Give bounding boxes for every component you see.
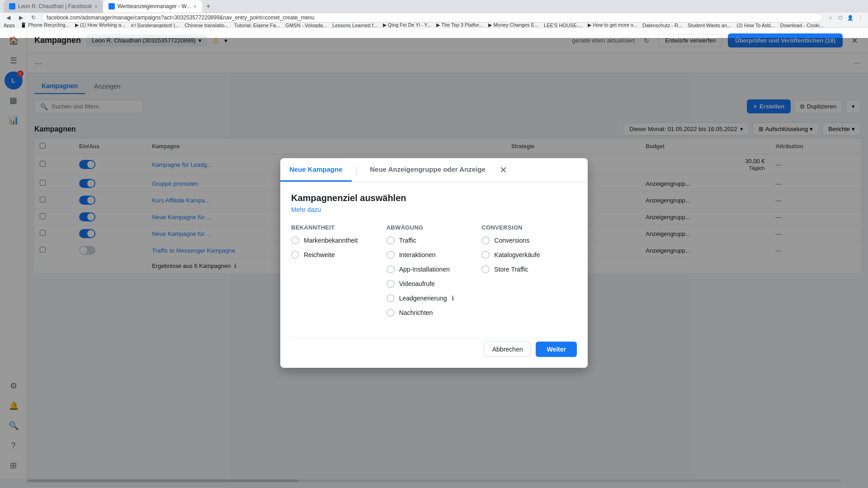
modal-footer: Abbrechen Weiter [291, 338, 577, 357]
option-label-katalogverkaufe: Katalogverkäufe [494, 251, 540, 258]
modal-tab-divider: | [352, 158, 361, 182]
radio-app-installationen[interactable] [387, 265, 395, 273]
radio-markenbekanntheit[interactable] [291, 236, 299, 244]
radio-interaktionen[interactable] [387, 251, 395, 259]
radio-nachrichten[interactable] [387, 309, 395, 317]
bookmark-15[interactable]: (2) How To Add... [736, 23, 774, 28]
menu-btn[interactable]: ⋮ [856, 14, 864, 22]
radio-traffic[interactable] [387, 236, 395, 244]
browser-chrome: Leon R. Chaudhari | Facebook × Werbeanze… [0, 0, 868, 28]
next-button[interactable]: Weiter [536, 342, 577, 357]
tab-close-1[interactable]: × [94, 4, 97, 9]
reload-button[interactable]: ↻ [29, 13, 38, 22]
bookmark-3[interactable]: 🏷 Sonderangebot! |... [131, 23, 179, 28]
radio-reichweite[interactable] [291, 251, 299, 259]
modal-tab-new-campaign[interactable]: Neue Kampagne [280, 158, 352, 182]
bookmark-13[interactable]: Datenschutz - R... [642, 23, 682, 28]
option-markenbekanntheit[interactable]: Markenbekanntheit [291, 236, 387, 244]
column-header-bekanntheit: Bekanntheit [291, 224, 387, 231]
bookmark-11[interactable]: LEE'S HOUSE-... [544, 23, 582, 28]
option-leadgenerierung[interactable]: Leadgenerierung ℹ [387, 294, 482, 302]
option-label-conversions: Conversions [494, 237, 529, 244]
browser-toolbar: ◀ ▶ ↻ facebook.com/adsmanager/manage/cam… [0, 13, 868, 23]
tab-favicon-1 [9, 3, 15, 9]
bookmark-16[interactable]: Download - Cooki... [780, 23, 823, 28]
option-label-leadgenerierung: Leadgenerierung [399, 295, 447, 302]
modal-tab-inactive-label: Neue Anzeigengruppe oder Anzeige [370, 165, 486, 173]
option-label-interaktionen: Interaktionen [399, 251, 436, 258]
option-reichweite[interactable]: Reichweite [291, 251, 387, 259]
option-nachrichten[interactable]: Nachrichten [387, 309, 482, 317]
tab-label-1: Leon R. Chaudhari | Facebook [18, 3, 92, 9]
option-videoaufrufe[interactable]: Videoaufrufe [387, 280, 482, 288]
modal-tab-new-adgroup[interactable]: Neue Anzeigengruppe oder Anzeige [361, 158, 495, 182]
option-traffic[interactable]: Traffic [387, 236, 482, 244]
modal-options-grid: Bekanntheit Markenbekanntheit Reichweite… [291, 224, 577, 323]
radio-leadgenerierung[interactable] [387, 294, 395, 302]
bookmarks-bar: Apps 📱 Phone Recycling... ▶ (1) How Work… [0, 23, 868, 28]
bookmark-14[interactable]: Student Wants an... [688, 23, 731, 28]
tab-label-2: Werbeanzeigenmanager - W... [118, 3, 191, 9]
tab-favicon-2 [108, 3, 115, 9]
option-katalogverkaufe[interactable]: Katalogverkäufe [481, 251, 577, 259]
bookmark-9[interactable]: ▶ The Top 3 Platfor... [436, 23, 483, 28]
modal-body: Kampagnenziel auswählen Mehr dazu Bekann… [280, 182, 588, 368]
option-label-nachrichten: Nachrichten [399, 309, 433, 316]
bookmark-8[interactable]: ▶ Qing Fei De Yi - Y... [383, 23, 431, 28]
modal-title: Kampagnenziel auswählen [291, 193, 577, 203]
back-button[interactable]: ◀ [4, 13, 13, 22]
browser-tab-2[interactable]: Werbeanzeigenmanager - W... × [103, 0, 202, 13]
bookmark-7[interactable]: Lessons Learned f... [332, 23, 377, 28]
bookmark-star[interactable]: ☆ [826, 14, 835, 22]
option-interaktionen[interactable]: Interaktionen [387, 251, 482, 259]
modal-overlay[interactable]: Neue Kampagne | Neue Anzeigengruppe oder… [0, 38, 868, 488]
bookmark-6[interactable]: GMSN - Vologda... [285, 23, 327, 28]
bookmark-1[interactable]: 📱 Phone Recycling... [20, 23, 70, 28]
modal-column-abwagung: Abwägung Traffic Interaktionen App-Insta… [387, 224, 482, 323]
bookmark-5[interactable]: Tutorial: Eigene Fa... [234, 23, 280, 28]
bookmark-apps[interactable]: Apps [4, 23, 15, 28]
modal-header: Neue Kampagne | Neue Anzeigengruppe oder… [280, 158, 588, 182]
browser-tab-1[interactable]: Leon R. Chaudhari | Facebook × [4, 0, 103, 13]
radio-katalogverkaufe[interactable] [481, 251, 490, 259]
option-label-store-traffic: Store Traffic [494, 266, 528, 273]
option-app-installationen[interactable]: App-Installationen [387, 265, 482, 273]
profile-btn[interactable]: 👤 [846, 14, 854, 22]
new-tab-button[interactable]: + [202, 0, 215, 13]
modal-column-bekanntheit: Bekanntheit Markenbekanntheit Reichweite [291, 224, 387, 323]
option-store-traffic[interactable]: Store Traffic [481, 265, 577, 273]
column-header-abwagung: Abwägung [387, 224, 482, 231]
tab-close-2[interactable]: × [193, 4, 196, 9]
bookmark-4[interactable]: Chinese translatio... [184, 23, 228, 28]
modal-column-conversion: Conversion Conversions Katalogverkäufe S… [481, 224, 577, 323]
option-label-traffic: Traffic [399, 237, 416, 244]
bookmark-10[interactable]: ▶ Money Changes E... [488, 23, 538, 28]
modal-close-button[interactable]: ✕ [495, 158, 513, 182]
address-text: facebook.com/adsmanager/manage/campaigns… [47, 14, 314, 21]
browser-tabs: Leon R. Chaudhari | Facebook × Werbeanze… [0, 0, 868, 13]
extensions-btn[interactable]: ⬡ [836, 14, 844, 22]
option-label-markenbekanntheit: Markenbekanntheit [304, 237, 358, 244]
modal-subtitle[interactable]: Mehr dazu [291, 206, 577, 213]
browser-action-buttons: ☆ ⬡ 👤 ⋮ [826, 14, 864, 22]
radio-conversions[interactable] [481, 236, 490, 244]
bookmark-2[interactable]: ▶ (1) How Working a... [75, 23, 125, 28]
campaign-goal-modal: Neue Kampagne | Neue Anzeigengruppe oder… [280, 158, 588, 368]
radio-videoaufrufe[interactable] [387, 280, 395, 288]
option-label-videoaufrufe: Videoaufrufe [399, 280, 435, 287]
radio-store-traffic[interactable] [481, 265, 490, 273]
cancel-button[interactable]: Abbrechen [484, 342, 532, 357]
option-label-reichweite: Reichweite [304, 251, 335, 258]
bookmark-12[interactable]: ▶ How to get more v... [588, 23, 637, 28]
leadgenerierung-info-icon[interactable]: ℹ [452, 295, 454, 302]
address-bar[interactable]: facebook.com/adsmanager/manage/campaigns… [42, 13, 823, 23]
option-label-app-installationen: App-Installationen [399, 266, 450, 273]
forward-button[interactable]: ▶ [16, 13, 25, 22]
option-conversions[interactable]: Conversions [481, 236, 577, 244]
column-header-conversion: Conversion [481, 224, 577, 231]
